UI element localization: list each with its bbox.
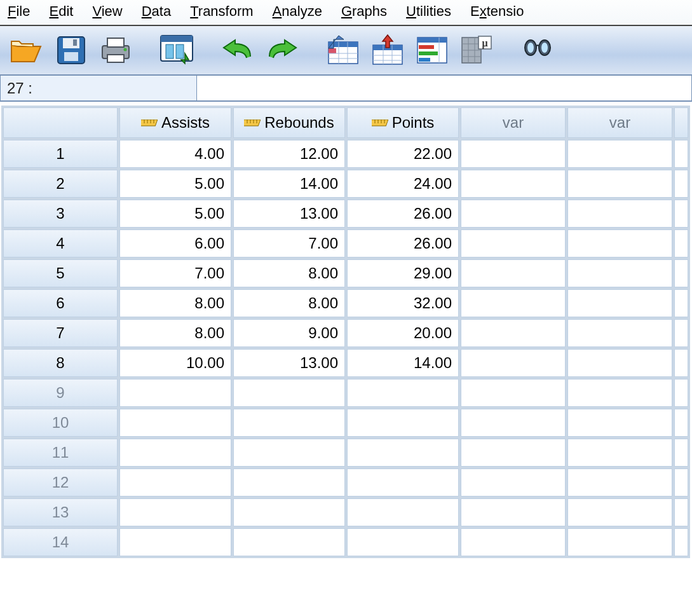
column-header-assists[interactable]: Assists	[119, 107, 231, 138]
data-cell[interactable]	[567, 259, 672, 287]
cell-address-box[interactable]: 27 :	[0, 75, 197, 101]
data-cell[interactable]	[347, 469, 459, 496]
goto-case-button[interactable]	[325, 32, 361, 68]
data-cell[interactable]	[567, 528, 672, 556]
row-header[interactable]: 5	[3, 259, 118, 287]
row-header[interactable]: 4	[3, 229, 118, 257]
data-cell[interactable]: 24.00	[347, 170, 459, 198]
column-header-empty[interactable]: var	[461, 107, 566, 138]
data-cell[interactable]: 6.00	[119, 229, 231, 257]
find-button[interactable]	[520, 32, 555, 68]
data-cell-partial[interactable]	[674, 200, 688, 228]
data-cell-partial[interactable]	[674, 229, 688, 257]
data-cell[interactable]: 8.00	[233, 259, 345, 287]
data-cell[interactable]	[119, 469, 231, 496]
data-cell[interactable]	[233, 498, 345, 526]
menu-file[interactable]: File	[8, 3, 30, 20]
data-cell[interactable]	[567, 439, 672, 467]
data-cell-partial[interactable]	[674, 140, 688, 168]
data-cell-partial[interactable]	[674, 379, 688, 407]
menu-view[interactable]: View	[92, 3, 122, 20]
data-cell[interactable]	[461, 200, 566, 228]
save-button[interactable]	[53, 32, 89, 68]
row-header[interactable]: 7	[3, 319, 118, 347]
menu-edit[interactable]: Edit	[49, 3, 73, 20]
data-cell-partial[interactable]	[674, 259, 688, 287]
data-cell[interactable]: 12.00	[233, 140, 345, 168]
menu-transform[interactable]: Transform	[190, 3, 253, 20]
cell-value-box[interactable]	[197, 75, 692, 101]
menu-extensions[interactable]: Extensio	[470, 3, 524, 20]
column-header-points[interactable]: Points	[347, 107, 459, 138]
data-cell[interactable]	[233, 379, 345, 407]
data-cell[interactable]	[347, 379, 459, 407]
data-cell[interactable]	[461, 229, 566, 257]
data-cell-partial[interactable]	[674, 528, 688, 556]
data-cell-partial[interactable]	[674, 289, 688, 317]
data-cell[interactable]	[567, 229, 672, 257]
data-cell[interactable]	[119, 409, 231, 437]
data-cell[interactable]: 13.00	[233, 200, 345, 228]
data-cell[interactable]	[347, 528, 459, 556]
data-cell[interactable]: 4.00	[119, 140, 231, 168]
corner-cell[interactable]	[3, 107, 118, 138]
data-cell[interactable]	[119, 379, 231, 407]
data-cell[interactable]	[567, 379, 672, 407]
row-header[interactable]: 9	[3, 379, 118, 407]
data-cell[interactable]: 22.00	[347, 140, 459, 168]
column-header-rebounds[interactable]: Rebounds	[233, 107, 345, 138]
column-header-partial[interactable]	[674, 107, 688, 138]
menu-data[interactable]: Data	[142, 3, 171, 20]
data-cell[interactable]	[119, 439, 231, 467]
menu-utilities[interactable]: Utilities	[406, 3, 451, 20]
data-cell[interactable]	[347, 439, 459, 467]
row-header[interactable]: 6	[3, 289, 118, 317]
data-cell[interactable]: 26.00	[347, 200, 459, 228]
data-cell[interactable]: 29.00	[347, 259, 459, 287]
data-cell[interactable]: 10.00	[119, 349, 231, 377]
data-cell[interactable]	[567, 200, 672, 228]
data-cell[interactable]	[567, 170, 672, 198]
undo-button[interactable]	[220, 32, 255, 68]
data-cell-partial[interactable]	[674, 469, 688, 496]
data-cell[interactable]: 14.00	[233, 170, 345, 198]
data-cell[interactable]: 8.00	[233, 289, 345, 317]
data-cell-partial[interactable]	[674, 349, 688, 377]
data-cell[interactable]	[461, 349, 566, 377]
data-cell[interactable]: 14.00	[347, 349, 459, 377]
data-cell[interactable]	[461, 319, 566, 347]
data-cell[interactable]	[567, 409, 672, 437]
data-cell[interactable]	[461, 259, 566, 287]
data-cell[interactable]	[567, 498, 672, 526]
data-cell[interactable]: 7.00	[119, 259, 231, 287]
data-cell[interactable]	[119, 528, 231, 556]
menu-graphs[interactable]: Graphs	[341, 3, 387, 20]
data-cell-partial[interactable]	[674, 498, 688, 526]
data-cell[interactable]	[567, 289, 672, 317]
row-header[interactable]: 10	[3, 409, 118, 437]
print-button[interactable]	[98, 32, 133, 68]
data-cell[interactable]: 32.00	[347, 289, 459, 317]
data-cell[interactable]	[461, 528, 566, 556]
data-cell[interactable]	[233, 439, 345, 467]
data-cell-partial[interactable]	[674, 439, 688, 467]
data-cell[interactable]	[347, 409, 459, 437]
data-cell-partial[interactable]	[674, 409, 688, 437]
column-header-empty[interactable]: var	[567, 107, 672, 138]
data-cell-partial[interactable]	[674, 170, 688, 198]
data-cell[interactable]	[233, 469, 345, 496]
row-header[interactable]: 13	[3, 498, 118, 526]
data-cell[interactable]	[461, 409, 566, 437]
data-cell[interactable]: 9.00	[233, 319, 345, 347]
row-header[interactable]: 1	[3, 140, 118, 168]
redo-button[interactable]	[264, 32, 300, 68]
row-header[interactable]: 2	[3, 170, 118, 198]
data-cell[interactable]: 8.00	[119, 319, 231, 347]
data-cell[interactable]	[461, 379, 566, 407]
data-cell[interactable]	[461, 498, 566, 526]
use-variable-subsets-button[interactable]: μ	[459, 32, 494, 68]
data-cell[interactable]	[461, 439, 566, 467]
data-cell[interactable]: 13.00	[233, 349, 345, 377]
data-cell[interactable]	[461, 170, 566, 198]
data-cell[interactable]: 5.00	[119, 170, 231, 198]
